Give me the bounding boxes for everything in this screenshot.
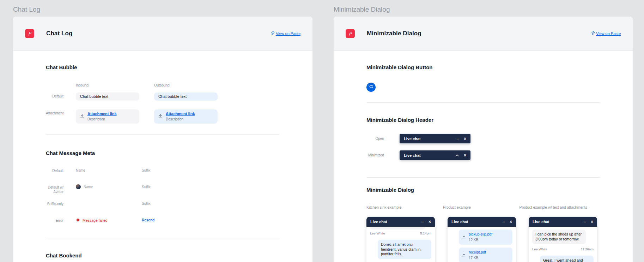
meta-time: 5:14pm <box>420 231 431 235</box>
section-heading-chat-bookend: Chat Bookend <box>46 252 280 259</box>
row-label: Default w/ Avatar <box>46 183 76 194</box>
minus-icon[interactable]: – <box>583 220 586 224</box>
minus-icon[interactable]: – <box>502 220 505 224</box>
minus-icon[interactable]: – <box>456 137 459 141</box>
meta-name: Name <box>84 185 93 189</box>
row-label: Error <box>46 216 76 223</box>
row-attachment: Attachment Attachment link Description <box>46 109 280 124</box>
meta-row-suffix-only: Suffix-only Suffix <box>46 200 280 216</box>
example-labels: Kitchen sink example Product example Pro… <box>366 205 600 209</box>
chevron-up-icon[interactable] <box>455 154 459 156</box>
dialog-header-open: Live chat – × <box>400 134 470 143</box>
attachment-description: Description <box>87 117 117 121</box>
meta-name: Name <box>76 166 142 172</box>
meta-time: 11:26am <box>581 247 594 251</box>
dialog-examples: Live chat – × Lee White 5:14pm Donec sit… <box>366 217 600 262</box>
meta-name: Lee White <box>370 231 385 235</box>
example-label: Product example w/ text and attachments <box>519 205 587 209</box>
section-heading-chat-message-meta: Chat Message Meta <box>46 150 280 156</box>
chat-bubble-outbound: Chat bubble text <box>154 93 218 101</box>
attachment-link[interactable]: Attachment link <box>87 112 117 116</box>
window-label: Chat Log <box>13 5 312 14</box>
section-heading-dialog: Minimizable Dialog <box>366 187 600 193</box>
resend-button[interactable]: Resend <box>142 218 154 222</box>
example-label: Product example <box>443 205 507 209</box>
meta-row-error: Error Message failed Resend <box>46 216 280 233</box>
chat-bubble-outbound: Great, I went ahead and reserved the sho… <box>540 256 594 262</box>
row-label: Attachment <box>46 109 76 115</box>
minimizable-dialog-panel: Minimizable Dialog Minimizable Dialog Vi… <box>334 5 633 262</box>
close-icon[interactable]: × <box>429 220 431 224</box>
dialog-header: Live chat – × <box>529 217 597 227</box>
minus-icon[interactable]: – <box>421 220 424 224</box>
attachment-bubble: pickup-slip.pdf 12 KB <box>459 230 512 245</box>
row-label: Default <box>46 93 76 98</box>
chat-bubble-outbound: Donec sit amet orci hendrerit, varius di… <box>378 240 431 259</box>
view-on-paste-link[interactable]: View on Paste <box>591 31 621 36</box>
dialog-kitchen-sink: Live chat – × Lee White 5:14pm Donec sit… <box>366 217 435 262</box>
canvas: Chat Log Chat Log View on Paste Chat Bub… <box>0 0 644 262</box>
meta-row-default: Default Name Suffix <box>46 166 280 183</box>
meta-suffix: Suffix <box>142 200 151 206</box>
dialog-body: Lee White 5:14pm Donec sit amet orci hen… <box>366 227 435 262</box>
page-title: Minimizable Dialog <box>367 30 421 37</box>
download-icon <box>462 252 466 258</box>
chat-bubble-inbound: I can pick the shoes up after 3:00pm tod… <box>532 230 586 244</box>
row-label: Open <box>366 137 400 141</box>
meta-suffix: Suffix <box>142 183 151 189</box>
paste-logo-icon <box>346 29 355 38</box>
dialog-header-minimized[interactable]: Live chat × <box>400 150 470 160</box>
column-outbound: Outbound <box>154 83 218 87</box>
dialog-title: Live chat <box>533 220 578 224</box>
close-icon[interactable]: × <box>591 220 593 224</box>
close-icon[interactable]: × <box>464 153 466 157</box>
section-heading-dialog-button: Minimizable Dialog Button <box>366 64 600 71</box>
attachment-description: Description <box>166 117 195 121</box>
divider <box>46 134 280 135</box>
paste-logo-icon <box>25 29 34 38</box>
window-label: Minimizable Dialog <box>334 5 633 14</box>
close-icon[interactable]: × <box>464 137 466 141</box>
row-minimized: Minimized Live chat × <box>366 150 600 160</box>
chat-message-meta: Lee White 5:14pm <box>370 231 431 235</box>
chat-log-panel: Chat Log Chat Log View on Paste Chat Bub… <box>13 5 312 262</box>
column-headers: Inbound Outbound <box>46 83 280 87</box>
attachment-bubble-outbound: Attachment link Description <box>154 109 218 124</box>
dialog-product-text: Live chat – × I can pick the shoes up af… <box>529 217 597 262</box>
link-icon <box>271 31 274 36</box>
minimizable-dialog-card: Minimizable Dialog View on Paste Minimiz… <box>334 17 633 262</box>
attachment-size: 12 KB <box>469 238 492 243</box>
card-header: Minimizable Dialog View on Paste <box>334 17 633 51</box>
close-icon[interactable]: × <box>510 220 512 224</box>
divider <box>366 177 600 178</box>
dialog-title: Live chat <box>404 153 450 157</box>
attachment-link[interactable]: pickup-slip.pdf <box>469 232 492 237</box>
meta-row-avatar: Default w/ Avatar Name Suffix <box>46 183 280 200</box>
chat-log-card: Chat Log View on Paste Chat Bubble Inbou… <box>13 17 312 262</box>
view-on-paste-label: View on Paste <box>596 31 621 36</box>
attachment-size: 17 KB <box>469 256 486 261</box>
dialog-title: Live chat <box>404 137 451 141</box>
meta-name: Lee White <box>532 247 547 251</box>
chat-bubbles-icon <box>369 84 374 90</box>
view-on-paste-label: View on Paste <box>276 31 300 36</box>
download-icon <box>462 234 466 240</box>
view-on-paste-link[interactable]: View on Paste <box>271 31 300 36</box>
row-label: Minimized <box>366 153 400 157</box>
chat-message-meta: Lee White 11:26am <box>532 247 594 251</box>
avatar <box>76 184 81 189</box>
card-body: Chat Bubble Inbound Outbound Default Cha… <box>13 64 312 259</box>
row-label: Suffix-only <box>46 200 76 206</box>
card-body: Minimizable Dialog Button Minimizable Di… <box>334 64 633 262</box>
attachment-link[interactable]: Attachment link <box>166 112 195 116</box>
row-open: Open Live chat – × <box>366 134 600 143</box>
dialog-body: I can pick the shoes up after 3:00pm tod… <box>529 227 597 262</box>
chat-bubble-clipped <box>370 227 425 230</box>
attachment-bubble: receipt.pdf 17 KB <box>459 248 512 262</box>
minimizable-dialog-button[interactable] <box>366 83 376 92</box>
attachment-bubble-inbound: Attachment link Description <box>76 109 139 124</box>
section-heading-dialog-header: Minimizable Dialog Header <box>366 117 600 123</box>
card-header: Chat Log View on Paste <box>13 17 312 51</box>
attachment-link[interactable]: receipt.pdf <box>469 250 486 255</box>
chat-bubble-inbound: Chat bubble text <box>76 93 139 101</box>
